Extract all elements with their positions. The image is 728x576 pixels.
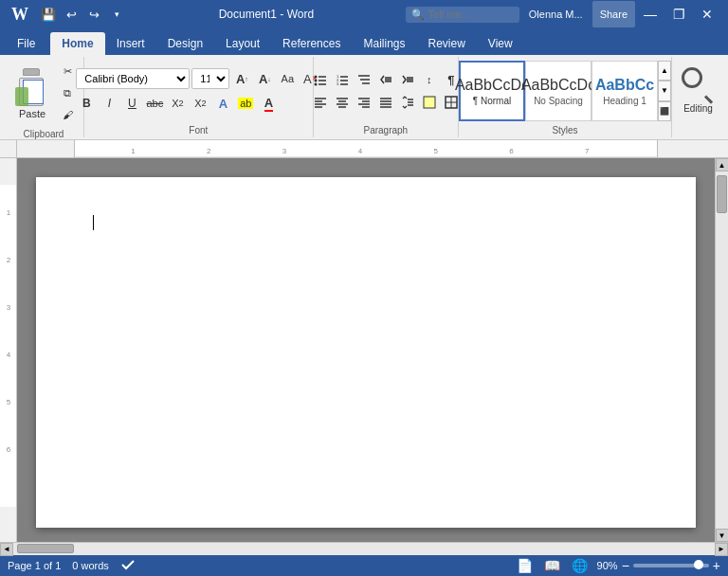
decrease-indent-button[interactable] <box>375 69 396 90</box>
svg-rect-53 <box>0 185 17 507</box>
ruler-marks: 1 2 3 4 5 6 7 <box>75 140 657 157</box>
align-left-button[interactable] <box>310 92 331 113</box>
clipboard-secondary: ✂ ⧉ 🖌 <box>57 61 78 125</box>
style-heading1[interactable]: AaBbCc Heading 1 <box>592 61 658 121</box>
bullets-button[interactable] <box>310 69 331 90</box>
close-button[interactable]: ✕ <box>694 1 720 27</box>
ruler-row: 1 2 3 4 5 6 7 <box>0 140 728 158</box>
shading-button[interactable] <box>419 92 440 113</box>
justify-button[interactable] <box>375 92 396 113</box>
web-layout-button[interactable]: 🌐 <box>570 558 590 573</box>
status-right: 📄 📖 🌐 90% − + <box>515 558 720 573</box>
qat-dropdown-button[interactable]: ▾ <box>106 4 127 25</box>
cut-button[interactable]: ✂ <box>57 61 78 81</box>
grow-font-button[interactable]: A↑ <box>231 68 252 89</box>
tab-design[interactable]: Design <box>156 32 214 55</box>
change-case-button[interactable]: Aa <box>277 68 298 89</box>
increase-indent-button[interactable] <box>397 69 418 90</box>
quick-access-toolbar: 💾 ↩ ↪ ▾ <box>38 4 127 25</box>
scroll-left-button[interactable]: ◄ <box>0 543 13 556</box>
check-icon <box>120 557 136 572</box>
style-no-spacing-label: No Spacing <box>534 96 583 106</box>
tab-mailings[interactable]: Mailings <box>352 32 416 55</box>
bottom-bars: ◄ ► Page 1 of 1 0 words 📄 📖 🌐 <box>0 542 728 576</box>
tab-references[interactable]: References <box>271 32 352 55</box>
vertical-scrollbar[interactable]: ▲ ▼ <box>715 158 728 542</box>
scroll-down-button[interactable]: ▼ <box>716 529 729 542</box>
h-scroll-track[interactable] <box>13 543 715 555</box>
v-ruler-marks: 1 2 3 4 5 6 <box>0 158 17 537</box>
ruler-page-area: 1 2 3 4 5 6 7 <box>74 140 658 157</box>
italic-button[interactable]: I <box>99 93 119 114</box>
h-scroll-thumb[interactable] <box>17 544 74 553</box>
redo-button[interactable]: ↪ <box>83 4 104 25</box>
minimize-button[interactable]: — <box>637 1 664 27</box>
page-indicator: Page 1 of 1 <box>8 560 61 571</box>
svg-point-0 <box>314 76 317 79</box>
align-center-button[interactable] <box>332 92 353 113</box>
paste-button[interactable]: Paste <box>9 64 55 121</box>
sort-button[interactable]: ↕ <box>419 69 440 90</box>
scroll-track[interactable] <box>716 171 728 529</box>
styles-scroll-down[interactable]: ▼ <box>658 81 671 100</box>
tab-insert[interactable]: Insert <box>105 32 156 55</box>
tab-view[interactable]: View <box>477 32 524 55</box>
font-label: Font <box>88 123 309 137</box>
save-button[interactable]: 💾 <box>38 4 59 25</box>
style-no-spacing[interactable]: AaBbCcDc No Spacing <box>525 61 592 121</box>
scroll-thumb[interactable] <box>717 175 727 213</box>
tab-review[interactable]: Review <box>416 32 476 55</box>
shrink-font-button[interactable]: A↓ <box>254 68 275 89</box>
line-spacing-button[interactable] <box>397 92 418 113</box>
vertical-ruler: 1 2 3 4 5 6 <box>0 158 17 542</box>
undo-button[interactable]: ↩ <box>61 4 82 25</box>
format-painter-button[interactable]: 🖌 <box>57 104 78 125</box>
highlight-button[interactable]: ab <box>235 93 256 114</box>
zoom-out-button[interactable]: − <box>622 558 629 573</box>
tab-home[interactable]: Home <box>50 32 104 55</box>
zoom-slider[interactable] <box>633 564 709 567</box>
styles-group: AaBbCcDc ¶ Normal AaBbCcDc No Spacing Aa… <box>459 57 672 137</box>
multilevel-list-button[interactable] <box>354 69 374 90</box>
svg-point-2 <box>314 80 317 82</box>
proofing-icon[interactable] <box>120 557 136 574</box>
font-size-select[interactable]: 11 <box>191 68 229 89</box>
clipboard-group: Paste ✂ ⧉ 🖌 Clipboard <box>4 57 84 137</box>
document-page[interactable] <box>36 177 696 528</box>
horizontal-scrollbar[interactable]: ◄ ► <box>0 542 728 555</box>
superscript-button[interactable]: X2 <box>190 93 210 114</box>
page-container[interactable] <box>17 158 715 542</box>
align-right-button[interactable] <box>354 92 374 113</box>
user-name[interactable]: Olenna M... <box>529 9 583 20</box>
zoom-in-button[interactable]: + <box>713 558 720 573</box>
strikethrough-button[interactable]: abc <box>144 93 165 114</box>
tab-file[interactable]: File <box>4 32 48 55</box>
ruler-scrollbar-space <box>715 140 728 157</box>
svg-text:7: 7 <box>585 147 590 155</box>
scroll-up-button[interactable]: ▲ <box>716 158 729 171</box>
editing-button[interactable]: Editing <box>680 65 718 116</box>
subscript-button[interactable]: X2 <box>167 93 188 114</box>
text-effects-button[interactable]: A <box>212 93 233 114</box>
numbering-button[interactable]: 1.2.3. <box>332 69 353 90</box>
svg-text:2: 2 <box>6 256 10 264</box>
ruler-corner <box>0 140 17 157</box>
restore-button[interactable]: ❐ <box>665 1 692 27</box>
doc-layout: 1 2 3 4 5 6 ▲ ▼ <box>0 158 728 542</box>
bold-button[interactable]: B <box>76 93 97 114</box>
search-input[interactable] <box>428 9 504 20</box>
underline-button[interactable]: U <box>121 93 142 114</box>
share-button[interactable]: Share <box>592 1 635 27</box>
styles-scroll-up[interactable]: ▲ <box>658 61 671 81</box>
font-name-select[interactable]: Calibri (Body) <box>76 68 190 89</box>
scroll-right-button[interactable]: ► <box>715 543 728 556</box>
reading-view-button[interactable]: 📖 <box>542 558 562 573</box>
style-normal[interactable]: AaBbCcDc ¶ Normal <box>459 61 525 121</box>
copy-button[interactable]: ⧉ <box>57 82 78 103</box>
font-color-button[interactable]: A <box>258 93 279 114</box>
print-layout-button[interactable]: 📄 <box>515 558 535 573</box>
tab-layout[interactable]: Layout <box>214 32 271 55</box>
styles-expand[interactable]: ⬛ <box>658 101 671 121</box>
font-controls: Calibri (Body) 11 A↑ A↓ Aa A✕ B I U abc … <box>76 59 320 123</box>
svg-rect-40 <box>424 97 435 108</box>
